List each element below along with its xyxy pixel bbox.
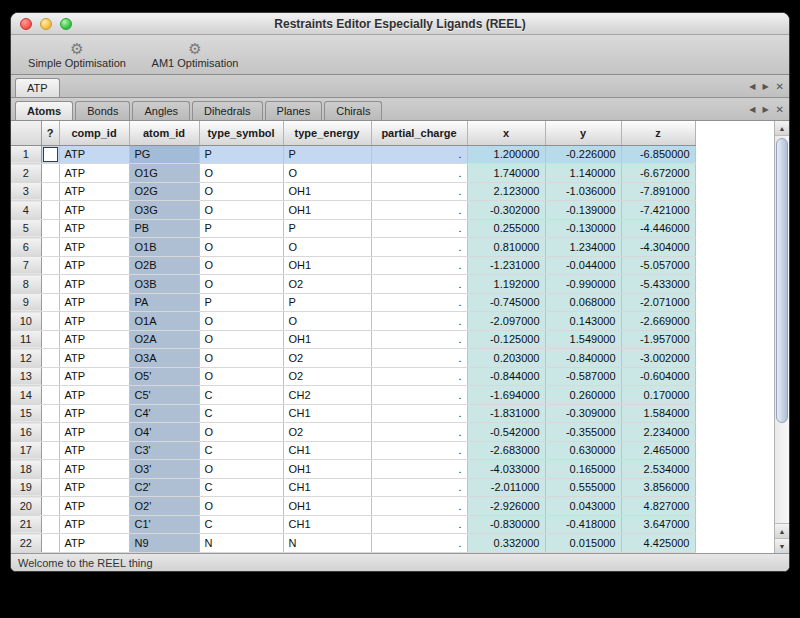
cell-z[interactable]: -5.433000 — [621, 275, 695, 294]
cell-partial_charge[interactable]: . — [371, 515, 467, 534]
row-number[interactable]: 7 — [11, 256, 41, 275]
cell-comp_id[interactable]: ATP — [59, 534, 129, 553]
cell-type_energy[interactable]: CH1 — [283, 441, 371, 460]
cell-y[interactable]: -0.130000 — [545, 219, 621, 238]
cell-comp_id[interactable]: ATP — [59, 330, 129, 349]
cell-partial_charge[interactable]: . — [371, 145, 467, 164]
tab-atoms[interactable]: Atoms — [15, 101, 73, 120]
cell-atom_id[interactable]: O4' — [129, 423, 199, 442]
cell-x[interactable]: 0.203000 — [467, 349, 545, 368]
cell-x[interactable]: -1.831000 — [467, 404, 545, 423]
row-number[interactable]: 4 — [11, 201, 41, 220]
row-number[interactable]: 5 — [11, 219, 41, 238]
tab-scroll-left-icon[interactable]: ◀ — [749, 105, 755, 114]
cell-y[interactable]: -0.044000 — [545, 256, 621, 275]
cell-type_symbol[interactable]: O — [199, 330, 283, 349]
cell-z[interactable]: -5.057000 — [621, 256, 695, 275]
cell-q[interactable] — [41, 182, 59, 201]
table-row[interactable]: 9ATPPAPP.-0.7450000.068000-2.071000 — [11, 293, 695, 312]
column-header-partial_charge[interactable]: partial_charge — [371, 121, 467, 145]
cell-comp_id[interactable]: ATP — [59, 441, 129, 460]
cell-type_symbol[interactable]: O — [199, 367, 283, 386]
cell-atom_id[interactable]: O5' — [129, 367, 199, 386]
column-header-z[interactable]: z — [621, 121, 695, 145]
row-number[interactable]: 12 — [11, 349, 41, 368]
cell-x[interactable]: 2.123000 — [467, 182, 545, 201]
cell-x[interactable]: -0.302000 — [467, 201, 545, 220]
tab-close-icon[interactable]: ✕ — [776, 81, 784, 92]
cell-q[interactable] — [41, 201, 59, 220]
cell-partial_charge[interactable]: . — [371, 201, 467, 220]
cell-q[interactable] — [41, 219, 59, 238]
column-header-atom_id[interactable]: atom_id — [129, 121, 199, 145]
cell-type_energy[interactable]: OH1 — [283, 497, 371, 516]
cell-z[interactable]: -2.669000 — [621, 312, 695, 331]
cell-partial_charge[interactable]: . — [371, 460, 467, 479]
cell-partial_charge[interactable]: . — [371, 423, 467, 442]
table-row[interactable]: 6ATPO1BOO.0.8100001.234000-4.304000 — [11, 238, 695, 257]
row-number[interactable]: 19 — [11, 478, 41, 497]
cell-editor[interactable] — [43, 147, 58, 162]
cell-partial_charge[interactable]: . — [371, 164, 467, 183]
cell-q[interactable] — [41, 145, 59, 164]
cell-comp_id[interactable]: ATP — [59, 497, 129, 516]
cell-z[interactable]: 3.856000 — [621, 478, 695, 497]
cell-comp_id[interactable]: ATP — [59, 478, 129, 497]
simple-optimisation-button[interactable]: ⚙ Simple Optimisation — [25, 40, 129, 69]
cell-y[interactable]: -0.355000 — [545, 423, 621, 442]
cell-x[interactable]: -0.745000 — [467, 293, 545, 312]
vertical-scrollbar[interactable]: ▲ ▲ ▼ — [774, 121, 789, 553]
cell-x[interactable]: -0.830000 — [467, 515, 545, 534]
cell-z[interactable]: -3.002000 — [621, 349, 695, 368]
cell-comp_id[interactable]: ATP — [59, 386, 129, 405]
cell-type_symbol[interactable]: P — [199, 145, 283, 164]
cell-comp_id[interactable]: ATP — [59, 423, 129, 442]
cell-comp_id[interactable]: ATP — [59, 312, 129, 331]
cell-type_energy[interactable]: P — [283, 219, 371, 238]
cell-type_energy[interactable]: OH1 — [283, 182, 371, 201]
cell-comp_id[interactable]: ATP — [59, 219, 129, 238]
cell-x[interactable]: -0.125000 — [467, 330, 545, 349]
cell-partial_charge[interactable]: . — [371, 386, 467, 405]
cell-type_symbol[interactable]: O — [199, 164, 283, 183]
cell-x[interactable]: 1.740000 — [467, 164, 545, 183]
cell-partial_charge[interactable]: . — [371, 219, 467, 238]
tab-scroll-right-icon[interactable]: ▶ — [762, 105, 768, 114]
table-row[interactable]: 14ATPC5'CCH2.-1.6940000.2600000.170000 — [11, 386, 695, 405]
cell-x[interactable]: -1.231000 — [467, 256, 545, 275]
close-window-icon[interactable] — [20, 18, 32, 30]
cell-atom_id[interactable]: O2' — [129, 497, 199, 516]
row-number[interactable]: 18 — [11, 460, 41, 479]
cell-type_symbol[interactable]: O — [199, 460, 283, 479]
cell-partial_charge[interactable]: . — [371, 330, 467, 349]
cell-comp_id[interactable]: ATP — [59, 182, 129, 201]
cell-y[interactable]: -0.990000 — [545, 275, 621, 294]
table-row[interactable]: 20ATPO2'OOH1.-2.9260000.0430004.827000 — [11, 497, 695, 516]
cell-type_energy[interactable]: P — [283, 145, 371, 164]
table-row[interactable]: 4ATPO3GOOH1.-0.302000-0.139000-7.421000 — [11, 201, 695, 220]
row-number[interactable]: 11 — [11, 330, 41, 349]
cell-q[interactable] — [41, 515, 59, 534]
table-row[interactable]: 18ATPO3'OOH1.-4.0330000.1650002.534000 — [11, 460, 695, 479]
table-row[interactable]: 7ATPO2BOOH1.-1.231000-0.044000-5.057000 — [11, 256, 695, 275]
cell-y[interactable]: 1.140000 — [545, 164, 621, 183]
cell-atom_id[interactable]: O1B — [129, 238, 199, 257]
table-row[interactable]: 12ATPO3AOO2.0.203000-0.840000-3.002000 — [11, 349, 695, 368]
cell-q[interactable] — [41, 275, 59, 294]
cell-type_symbol[interactable]: O — [199, 423, 283, 442]
cell-comp_id[interactable]: ATP — [59, 367, 129, 386]
cell-type_symbol[interactable]: C — [199, 386, 283, 405]
cell-partial_charge[interactable]: . — [371, 293, 467, 312]
cell-atom_id[interactable]: PA — [129, 293, 199, 312]
cell-x[interactable]: -0.844000 — [467, 367, 545, 386]
cell-x[interactable]: -2.926000 — [467, 497, 545, 516]
cell-type_energy[interactable]: OH1 — [283, 201, 371, 220]
table-row[interactable]: 3ATPO2GOOH1.2.123000-1.036000-7.891000 — [11, 182, 695, 201]
cell-z[interactable]: 1.584000 — [621, 404, 695, 423]
cell-type_energy[interactable]: O2 — [283, 423, 371, 442]
cell-type_symbol[interactable]: O — [199, 312, 283, 331]
tab-dihedrals[interactable]: Dihedrals — [192, 101, 262, 120]
cell-z[interactable]: -4.446000 — [621, 219, 695, 238]
cell-y[interactable]: -0.309000 — [545, 404, 621, 423]
cell-x[interactable]: 0.255000 — [467, 219, 545, 238]
